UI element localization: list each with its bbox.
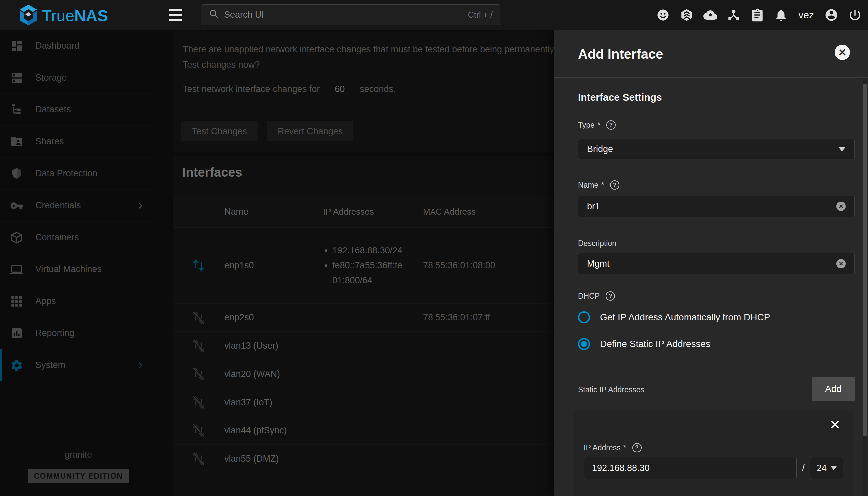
ip-address-row: / 24 <box>584 457 843 479</box>
truecommand-icon[interactable] <box>679 7 694 22</box>
power-icon[interactable] <box>847 7 863 22</box>
dhcp-static-radio[interactable]: Define Static IP Addresses <box>578 338 710 350</box>
modal-backdrop[interactable] <box>0 30 554 496</box>
cidr-separator: / <box>802 463 805 474</box>
description-label: Description <box>578 239 616 248</box>
name-input[interactable] <box>587 201 836 212</box>
panel-scrollbar-thumb[interactable] <box>863 84 867 436</box>
description-field: ✕ <box>578 253 855 275</box>
truenas-cloud-icon[interactable] <box>703 7 718 22</box>
truenas-app: TrueNAS Ctrl + / <box>0 0 868 496</box>
ip-address-input[interactable] <box>592 463 789 474</box>
help-icon[interactable]: ? <box>632 443 642 452</box>
clear-input-icon[interactable]: ✕ <box>836 259 846 268</box>
name-field: ✕ <box>578 196 855 217</box>
search-shortcut-hint: Ctrl + / <box>468 10 493 20</box>
notifications-bell-icon[interactable] <box>774 7 789 22</box>
ip-address-field <box>584 457 797 479</box>
help-icon[interactable]: ? <box>605 291 615 301</box>
top-bar: TrueNAS Ctrl + / <box>0 0 868 30</box>
jobs-hub-icon[interactable] <box>726 7 742 22</box>
description-input[interactable] <box>587 259 836 269</box>
help-icon[interactable]: ? <box>610 180 619 190</box>
feedback-smiley-icon[interactable] <box>655 7 671 22</box>
search-icon <box>209 9 220 21</box>
radio-checked-icon <box>578 338 590 350</box>
panel-scrollbar-track[interactable] <box>863 78 867 496</box>
type-select[interactable]: Bridge <box>578 139 855 159</box>
menu-hamburger-icon[interactable] <box>169 9 184 21</box>
help-icon[interactable]: ? <box>606 121 616 130</box>
interface-settings-heading: Interface Settings <box>578 92 662 103</box>
truenas-logo-text: TrueNAS <box>42 7 108 25</box>
static-ip-card: ✕ IP Address* ? / 24 <box>574 411 853 496</box>
panel-header: Add Interface ✕ <box>554 30 868 78</box>
close-icon[interactable]: ✕ <box>835 45 850 60</box>
remove-static-ip-icon[interactable]: ✕ <box>829 418 841 431</box>
cidr-prefix-select[interactable]: 24 <box>810 457 843 479</box>
top-bar-actions: vez <box>655 0 863 30</box>
type-label: Type* ? <box>578 121 616 130</box>
chevron-down-icon <box>831 466 837 470</box>
chevron-down-icon <box>838 147 846 151</box>
logged-in-username: vez <box>798 9 814 21</box>
dhcp-auto-radio[interactable]: Get IP Address Automatically from DHCP <box>578 311 770 323</box>
name-label: Name* ? <box>578 180 619 190</box>
user-avatar-icon[interactable] <box>824 7 839 22</box>
truenas-logo-icon <box>19 5 38 27</box>
add-static-ip-button[interactable]: Add <box>812 377 855 401</box>
global-search: Ctrl + / <box>201 4 500 25</box>
search-input[interactable] <box>224 10 463 20</box>
dhcp-label: DHCP ? <box>578 291 615 301</box>
ip-address-label: IP Address* ? <box>584 443 642 452</box>
radio-unchecked-icon <box>578 311 590 323</box>
clear-input-icon[interactable]: ✕ <box>836 202 846 211</box>
truenas-logo[interactable]: TrueNAS <box>19 5 108 27</box>
static-ip-addresses-label: Static IP Addresses <box>578 385 644 394</box>
panel-title: Add Interface <box>578 47 663 62</box>
tasks-clipboard-icon[interactable] <box>750 7 765 22</box>
add-interface-panel: Add Interface ✕ Interface Settings Type*… <box>554 30 868 496</box>
